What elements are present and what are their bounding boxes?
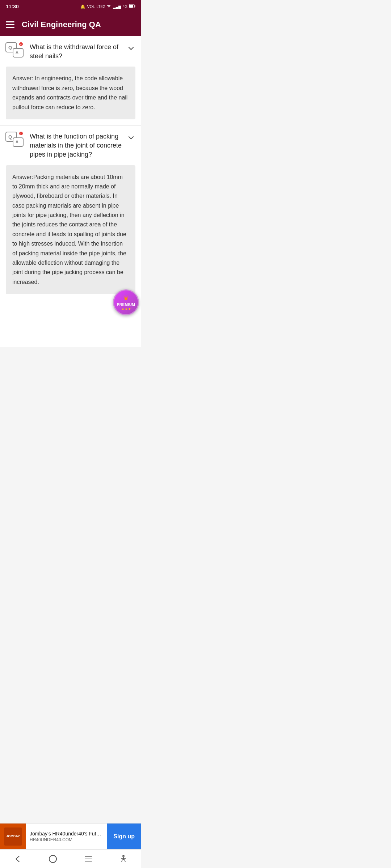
premium-badge[interactable]: ♛ PREMIUM ★★★ (113, 289, 139, 315)
question-text-2: What is the function of packing material… (30, 131, 123, 159)
svg-text:Q: Q (8, 45, 12, 50)
wifi-icon (106, 4, 112, 9)
svg-text:A: A (16, 140, 18, 144)
premium-stars: ★★★ (121, 307, 131, 311)
status-icons: 🔔 VOL LTE2 ▂▄▆ 4G (80, 4, 135, 9)
signal-icon: ▂▄▆ (113, 5, 121, 9)
hamburger-menu-button[interactable] (6, 21, 14, 28)
qa-item-1: Q A + What is the withdrawal force of st… (0, 36, 141, 125)
qa-question-row-1[interactable]: Q A + What is the withdrawal force of st… (0, 36, 141, 67)
qa-item-2: Q A + What is the function of packing ma… (0, 125, 141, 300)
qa-icon-2: Q A + (5, 131, 25, 150)
answer-box-1: Answer: In engineering, the code allowab… (6, 67, 135, 119)
question-text-1: What is the withdrawal force of steel na… (30, 42, 123, 61)
answer-text-2: Answer:Packing materials are about 10mm … (12, 173, 129, 287)
chevron-icon-2[interactable] (126, 133, 136, 143)
app-header: Civil Engineering QA (0, 13, 141, 36)
status-bar: 11:30 🔔 VOL LTE2 ▂▄▆ 4G (0, 0, 141, 13)
premium-label: PREMIUM (117, 303, 135, 307)
svg-rect-1 (129, 5, 133, 8)
svg-rect-2 (135, 5, 135, 7)
premium-crown-icon: ♛ (123, 294, 129, 302)
status-time: 11:30 (6, 4, 19, 9)
svg-text:A: A (16, 50, 18, 55)
qa-question-row-2[interactable]: Q A + What is the function of packing ma… (0, 125, 141, 165)
answer-text-1: Answer: In engineering, the code allowab… (12, 74, 129, 112)
vol-icon: VOL (87, 4, 95, 9)
svg-text:+: + (20, 132, 22, 136)
qa-icon-1: Q A + (5, 42, 25, 61)
svg-text:Q: Q (8, 134, 12, 140)
chevron-icon-1[interactable] (126, 43, 136, 54)
svg-text:+: + (20, 43, 22, 46)
alarm-icon: 🔔 (80, 4, 85, 9)
page-title: Civil Engineering QA (22, 20, 101, 29)
battery-icon (129, 4, 135, 9)
4g-icon: 4G (123, 5, 127, 9)
answer-box-2: Answer:Packing materials are about 10mm … (6, 165, 135, 294)
lte-icon: LTE2 (96, 5, 105, 9)
